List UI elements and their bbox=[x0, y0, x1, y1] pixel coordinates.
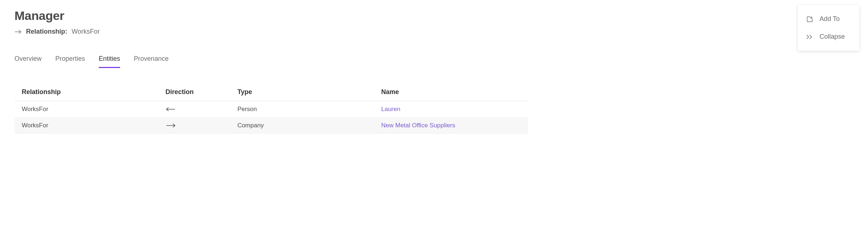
cell-direction bbox=[158, 118, 230, 134]
collapse-label: Collapse bbox=[820, 33, 845, 41]
col-header-type[interactable]: Type bbox=[230, 85, 374, 101]
cell-type: Person bbox=[230, 101, 374, 118]
arrow-right-icon bbox=[14, 29, 22, 34]
tab-bar: Overview Properties Entities Provenance bbox=[14, 53, 528, 68]
cell-direction bbox=[158, 101, 230, 118]
cell-relationship: WorksFor bbox=[14, 101, 158, 118]
tab-provenance[interactable]: Provenance bbox=[134, 53, 169, 68]
entity-link[interactable]: New Metal Office Suppliers bbox=[381, 122, 455, 129]
cell-type: Company bbox=[230, 118, 374, 134]
tab-overview[interactable]: Overview bbox=[14, 53, 42, 68]
table-row[interactable]: WorksFor Person Lauren bbox=[14, 101, 528, 118]
page-title: Manager bbox=[14, 9, 528, 23]
add-to-label: Add To bbox=[820, 15, 840, 23]
add-to-icon bbox=[806, 16, 814, 23]
collapse-icon bbox=[806, 34, 814, 40]
arrow-left-icon bbox=[166, 107, 223, 112]
relationship-label: Relationship: bbox=[26, 28, 67, 35]
collapse-button[interactable]: Collapse bbox=[804, 28, 851, 46]
relationship-subtitle: Relationship: WorksFor bbox=[14, 28, 528, 35]
relationship-value: WorksFor bbox=[72, 28, 100, 35]
arrow-right-icon bbox=[166, 123, 223, 128]
cell-relationship: WorksFor bbox=[14, 118, 158, 134]
col-header-name[interactable]: Name bbox=[374, 85, 528, 101]
col-header-relationship[interactable]: Relationship bbox=[14, 85, 158, 101]
tab-properties[interactable]: Properties bbox=[55, 53, 85, 68]
entities-table: Relationship Direction Type Name WorksFo… bbox=[14, 85, 528, 134]
actions-card: Add To Collapse bbox=[798, 5, 859, 51]
add-to-button[interactable]: Add To bbox=[804, 10, 851, 28]
table-row[interactable]: WorksFor Company New Metal Office Suppli… bbox=[14, 118, 528, 134]
tab-entities[interactable]: Entities bbox=[99, 53, 120, 68]
entity-link[interactable]: Lauren bbox=[381, 106, 400, 112]
col-header-direction[interactable]: Direction bbox=[158, 85, 230, 101]
